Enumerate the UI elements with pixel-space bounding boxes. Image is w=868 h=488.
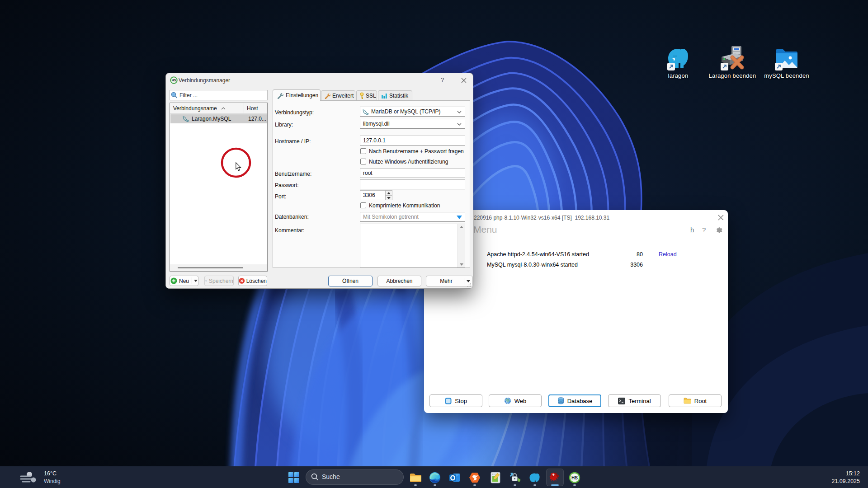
svg-text:HS: HS <box>571 475 578 480</box>
svg-text:HS: HS <box>172 79 176 82</box>
